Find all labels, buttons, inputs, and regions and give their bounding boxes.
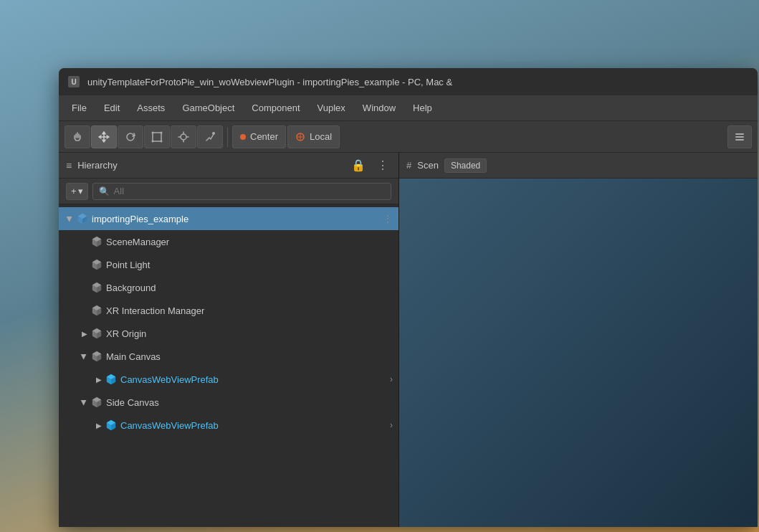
add-arrow: ▾: [78, 186, 83, 196]
expand-arrow-main-canvas[interactable]: ▶: [79, 351, 90, 363]
layers-icon: [734, 131, 745, 143]
scene-title: Scen: [417, 160, 439, 171]
menu-window[interactable]: Window: [355, 100, 403, 116]
menu-help[interactable]: Help: [406, 100, 439, 116]
scene-hash-icon: #: [406, 160, 411, 171]
xr-origin-label: XR Origin: [106, 328, 146, 339]
webview-1-chevron: ›: [390, 374, 393, 384]
unity-window: U unityTemplateForProtoPie_win_woWebview…: [59, 68, 758, 527]
search-input[interactable]: [114, 186, 385, 196]
transform-tool-button[interactable]: [171, 125, 196, 148]
webview-2-label: CanvasWebViewPrefab: [120, 420, 219, 431]
toolbar-transform-tools: [65, 125, 223, 148]
svg-point-5: [161, 140, 163, 142]
xr-interaction-label: XR Interaction Manager: [106, 305, 204, 316]
move-tool-button[interactable]: [91, 125, 117, 148]
root-more-button[interactable]: ⋮: [383, 213, 393, 224]
hand-tool-button[interactable]: [65, 125, 90, 148]
local-global-button[interactable]: Local: [287, 125, 340, 148]
toolbar-right: [727, 125, 752, 148]
webview-2-icon: [105, 419, 118, 432]
point-light-label: Point Light: [106, 260, 150, 270]
svg-rect-9: [735, 133, 744, 135]
svg-point-6: [181, 134, 186, 140]
pivot-dot: [240, 134, 246, 140]
menu-bar: File Edit Assets GameObject Component Vu…: [59, 95, 758, 121]
menu-gameobject[interactable]: GameObject: [175, 100, 242, 116]
custom-tool-button[interactable]: [197, 125, 223, 148]
scene-shaded-button[interactable]: Shaded: [444, 158, 487, 173]
hierarchy-item-canvas-webview-1[interactable]: ▶ CanvasWebViewPrefab ›: [59, 368, 398, 391]
expand-arrow-xr-origin[interactable]: ▶: [79, 328, 90, 339]
main-content: ≡ Hierarchy 🔒 ⋮ + ▾ 🔍: [59, 153, 758, 527]
svg-point-0: [127, 133, 134, 141]
menu-assets[interactable]: Assets: [130, 100, 172, 116]
root-icon: [76, 212, 89, 225]
menu-component[interactable]: Component: [244, 100, 307, 116]
rotate-icon: [124, 130, 137, 143]
webview-1-icon: [105, 373, 118, 386]
rect-tool-button[interactable]: [144, 125, 170, 148]
expand-arrow-side-canvas[interactable]: ▶: [79, 397, 90, 409]
svg-point-2: [152, 131, 154, 133]
xr-interaction-icon: [90, 304, 103, 317]
scene-manager-label: SceneManager: [106, 237, 169, 247]
svg-rect-10: [735, 136, 744, 138]
unity-icon: U: [68, 76, 80, 87]
toolbar-separator-1: [227, 127, 228, 147]
search-bar: + ▾ 🔍: [59, 179, 398, 204]
hierarchy-header: ≡ Hierarchy 🔒 ⋮: [59, 153, 398, 179]
hierarchy-menu-icon: ≡: [66, 160, 72, 171]
side-canvas-icon: [90, 396, 103, 409]
unity-logo-icon: U: [67, 75, 80, 88]
layers-button[interactable]: [727, 125, 752, 148]
webview-2-chevron: ›: [390, 420, 393, 430]
point-light-icon: [90, 258, 103, 271]
center-label: Center: [250, 131, 278, 142]
hierarchy-item-scene-manager[interactable]: ▶ SceneManager: [59, 230, 398, 253]
svg-point-7: [212, 132, 215, 135]
hierarchy-item-background[interactable]: ▶ Background: [59, 276, 398, 299]
scene-panel: # Scen Shaded: [399, 153, 758, 527]
hierarchy-panel: ≡ Hierarchy 🔒 ⋮ + ▾ 🔍: [59, 153, 399, 527]
scene-manager-icon: [90, 235, 103, 248]
hierarchy-item-side-canvas[interactable]: ▶ Side Canvas: [59, 391, 398, 414]
hierarchy-item-xr-origin[interactable]: ▶ XR Origin: [59, 322, 398, 345]
menu-edit[interactable]: Edit: [97, 100, 127, 116]
side-canvas-label: Side Canvas: [106, 397, 159, 408]
svg-rect-11: [735, 139, 744, 141]
main-canvas-icon: [90, 350, 103, 363]
hierarchy-lock-button[interactable]: 🔒: [348, 157, 368, 174]
search-input-wrap: 🔍: [92, 183, 391, 200]
hierarchy-item-canvas-webview-2[interactable]: ▶ CanvasWebViewPrefab ›: [59, 414, 398, 437]
hierarchy-item-main-canvas[interactable]: ▶ Main Canvas: [59, 345, 398, 368]
transform-icon: [177, 130, 190, 143]
svg-rect-1: [153, 133, 161, 141]
hand-icon: [71, 130, 84, 143]
hierarchy-item-point-light[interactable]: ▶ Point Light: [59, 253, 398, 276]
search-icon: 🔍: [99, 186, 110, 196]
webview-1-label: CanvasWebViewPrefab: [120, 374, 219, 385]
scene-viewport: [399, 179, 758, 527]
expand-arrow-webview-1[interactable]: ▶: [93, 374, 105, 385]
title-bar: U unityTemplateForProtoPie_win_woWebview…: [59, 68, 758, 95]
menu-file[interactable]: File: [65, 100, 94, 116]
center-pivot-button[interactable]: Center: [232, 125, 286, 148]
svg-point-4: [152, 140, 154, 142]
scene-header: # Scen Shaded: [399, 153, 758, 179]
rotate-tool-button[interactable]: [118, 125, 143, 148]
svg-point-3: [161, 131, 163, 133]
hierarchy-item-xr-interaction[interactable]: ▶ XR Interaction Manager: [59, 299, 398, 322]
xr-origin-icon: [90, 327, 103, 340]
main-canvas-label: Main Canvas: [106, 351, 161, 362]
menu-vuplex[interactable]: Vuplex: [310, 100, 353, 116]
rect-icon: [151, 130, 163, 143]
custom-icon: [204, 130, 216, 143]
hierarchy-more-button[interactable]: ⋮: [374, 157, 391, 174]
hierarchy-item-root[interactable]: ▶ importingPies_example ⋮: [59, 207, 398, 230]
hierarchy-title: Hierarchy: [77, 160, 118, 171]
add-object-button[interactable]: + ▾: [66, 183, 88, 200]
expand-arrow-root[interactable]: ▶: [65, 214, 76, 225]
expand-arrow-webview-2[interactable]: ▶: [93, 419, 105, 431]
local-icon: [295, 132, 305, 142]
